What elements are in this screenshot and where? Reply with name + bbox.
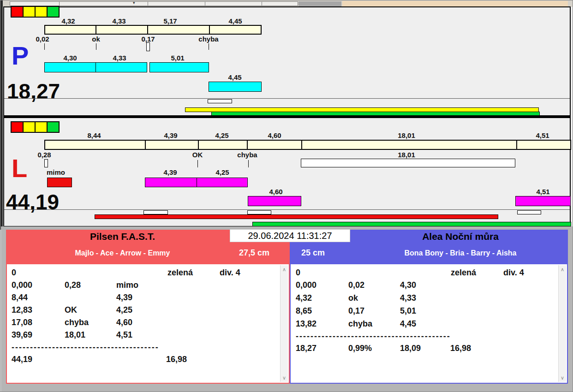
l-ideal-split-bar: [44, 140, 571, 150]
lane-p-letter: P: [12, 43, 29, 69]
team-left-dogs: Majlo - Ace - Arrow - Emmy: [6, 249, 239, 257]
result-cell: mimo: [116, 280, 138, 290]
start-lights-p: [11, 6, 59, 18]
l-mimo-bar: [47, 178, 72, 187]
team-right-name: Alea Noční můra: [354, 231, 567, 242]
net-time-cell: 18,09: [400, 344, 421, 353]
p-run-bar: [44, 62, 96, 72]
result-row: 0 zelená div. 4: [291, 268, 567, 280]
p-mark-tick: [44, 43, 45, 50]
result-cell: 0,28: [65, 280, 81, 290]
result-cell: 0,000: [12, 280, 32, 290]
p-progress-divider: [4, 98, 570, 99]
team-right-dogs: Bona Bony - Bria - Barry - Aisha: [354, 249, 567, 257]
result-cell: 0,000: [296, 280, 316, 290]
result-row: 13,82 chyba 4,45: [291, 319, 567, 331]
p-mark-tick: [209, 43, 209, 50]
result-row: 0,000 0,28 mimo: [7, 280, 289, 292]
result-cell: 4,39: [116, 293, 132, 303]
light-yellow2-icon: [35, 121, 48, 133]
l-progress-white-bar: [517, 210, 541, 214]
p-progress-white-bar: [208, 99, 232, 103]
p-mark-tick: [96, 43, 96, 50]
result-cell: 0,02: [348, 280, 364, 290]
result-cell: 8,44: [12, 293, 28, 303]
total-row: 18,27 0,99% 18,09 16,98: [291, 344, 567, 356]
scroll-up-icon[interactable]: ∧: [281, 266, 288, 273]
l-ideal-split-label: 4,39: [164, 131, 177, 139]
p-ideal-split-label: 4,32: [61, 17, 75, 25]
result-cell: 4,33: [400, 293, 416, 303]
light-green-icon: [47, 121, 60, 133]
error-percent-cell: 0,99%: [348, 344, 372, 353]
p-mark-label: 0,17: [141, 35, 155, 43]
l-progress-green-bar: [252, 222, 571, 226]
l-run-split-label: 4,25: [215, 168, 229, 176]
result-row: 0 zelená div. 4: [7, 268, 289, 280]
p-sensor-tick: [146, 42, 150, 51]
result-row: 39,69 18,01 4,51: [7, 330, 289, 342]
toolbar-segment[interactable]: [148, 1, 205, 6]
result-cell: 8,65: [296, 306, 312, 316]
p-run-bar: [209, 82, 262, 92]
p-mark-label: chyba: [198, 35, 218, 43]
p-ideal-split-label: 5,17: [163, 17, 177, 25]
result-cell: 4,45: [400, 319, 416, 329]
team-left-height: 27,5 cm: [239, 248, 269, 258]
l-ideal-split-label: 4,25: [215, 131, 228, 139]
dropdown-caret-icon[interactable]: ▾: [133, 0, 135, 5]
l-ideal-split-label: 4,60: [268, 131, 281, 139]
result-cell: chyba: [65, 318, 89, 327]
l-mark-tick: [197, 160, 198, 167]
lane-color-cell: zelená: [167, 268, 193, 278]
toolbar-segment[interactable]: [262, 1, 298, 6]
result-cell: 18,01: [65, 330, 85, 340]
result-cell: OK: [65, 305, 77, 315]
scroll-down-icon[interactable]: ∨: [281, 374, 288, 381]
scroll-up-icon[interactable]: ∧: [559, 266, 566, 273]
toolbar-segment[interactable]: [205, 1, 262, 6]
light-yellow1-icon: [23, 6, 36, 18]
result-cell: 4,25: [116, 305, 132, 315]
l-run-split-label: 4,39: [163, 168, 177, 176]
datetime-display: 29.06.2024 11:31:27: [230, 229, 350, 242]
result-cell: 0: [296, 268, 300, 278]
toolbar-gray-area: [298, 1, 341, 6]
toolbar-segment[interactable]: [10, 1, 60, 6]
light-green-icon: [47, 6, 60, 18]
start-lights-l: [11, 121, 59, 133]
result-row: 12,83 OK 4,25: [7, 305, 289, 317]
result-cell: 4,60: [116, 318, 132, 327]
l-mimo-label: mimo: [47, 168, 65, 176]
result-cell: 39,69: [12, 330, 32, 340]
scroll-down-icon[interactable]: ∨: [559, 374, 566, 381]
l-ideal-split-label: 18,01: [398, 131, 415, 139]
l-run-bar: [515, 196, 571, 206]
division-cell: div. 4: [220, 268, 240, 278]
l-progress-red-bar: [95, 214, 498, 219]
best-possible-cell: 16,98: [166, 355, 187, 364]
result-cell: 4,30: [400, 280, 416, 290]
l-sensor-tick: [44, 159, 48, 167]
l-mark-tick: [248, 160, 249, 167]
result-cell: 4,32: [296, 293, 312, 303]
result-cell: 0,17: [348, 306, 364, 316]
result-cell: 17,08: [12, 318, 32, 327]
lane-color-cell: zelená: [451, 268, 476, 278]
p-mark-label: 0,02: [36, 35, 49, 43]
p-ideal-split-label: 4,45: [228, 17, 242, 25]
separator-row: ----------------------------------------…: [291, 332, 567, 344]
background-window-edge: [0, 0, 3, 230]
team-right-height: 25 cm: [301, 248, 325, 258]
p-run-bar: [96, 62, 147, 72]
right-panel-scrollbar[interactable]: ∧ ∨: [558, 265, 566, 382]
lane-p-total-time: 18,27: [7, 81, 60, 102]
result-cell: 4,51: [116, 330, 132, 340]
left-panel-scrollbar[interactable]: ∧ ∨: [280, 265, 288, 382]
l-mark-label: 0,28: [37, 151, 51, 159]
l-mark-label: OK: [192, 151, 203, 159]
l-run-bar: [248, 196, 301, 206]
total-time-cell: 44,19: [12, 355, 32, 364]
best-possible-cell: 16,98: [450, 344, 471, 353]
p-ideal-split-label: 4,33: [112, 17, 125, 25]
